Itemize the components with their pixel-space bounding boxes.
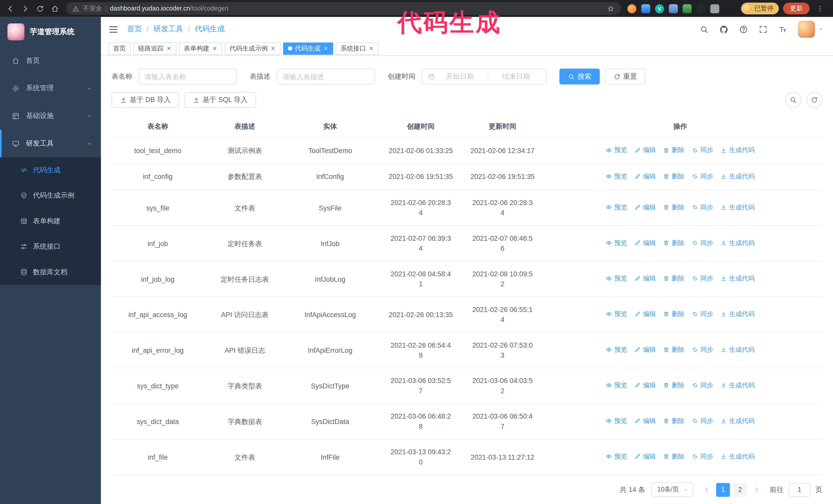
browser-back-button[interactable] xyxy=(3,2,17,16)
security-warning-icon[interactable] xyxy=(72,5,79,12)
help-icon[interactable] xyxy=(739,25,748,34)
browser-address-bar[interactable]: 不安全 dashboard.yudao.iocoder.cn/tool/code… xyxy=(66,2,621,15)
edit-link[interactable]: 编辑 xyxy=(635,238,656,248)
delete-link[interactable]: 删除 xyxy=(663,452,685,461)
delete-link[interactable]: 删除 xyxy=(663,309,685,319)
close-icon[interactable] xyxy=(166,46,172,51)
generate-code-link[interactable]: 生成代码 xyxy=(720,202,755,212)
sync-link[interactable]: 同步 xyxy=(692,273,713,284)
sync-link[interactable]: 同步 xyxy=(692,452,713,461)
table-name-input[interactable] xyxy=(139,68,237,85)
bookmark-star-icon[interactable] xyxy=(607,5,615,13)
delete-link[interactable]: 删除 xyxy=(663,202,685,212)
sync-link[interactable]: 同步 xyxy=(692,238,713,248)
delete-link[interactable]: 删除 xyxy=(663,380,685,390)
puzzle-extension-icon[interactable] xyxy=(710,4,719,13)
import-sql-button[interactable]: 基于 SQL 导入 xyxy=(185,92,256,108)
generate-code-link[interactable]: 生成代码 xyxy=(720,309,755,319)
sidebar-item-system-api[interactable]: 系统接口 xyxy=(0,234,101,259)
prev-page-button[interactable] xyxy=(701,483,713,497)
preview-link[interactable]: 预览 xyxy=(606,345,627,355)
sync-link[interactable]: 同步 xyxy=(692,309,713,319)
browser-extension-icon[interactable] xyxy=(683,4,691,13)
delete-link[interactable]: 删除 xyxy=(663,145,685,155)
tab-trace[interactable]: 链路追踪 xyxy=(133,42,176,55)
sidebar-item-code-generation-example[interactable]: 代码生成示例 xyxy=(0,183,101,208)
page-2-button[interactable]: 2 xyxy=(733,483,747,497)
close-icon[interactable] xyxy=(270,46,276,51)
edit-link[interactable]: 编辑 xyxy=(635,452,656,461)
delete-link[interactable]: 删除 xyxy=(663,273,685,284)
sync-link[interactable]: 同步 xyxy=(692,380,713,390)
browser-menu-icon[interactable] xyxy=(813,2,827,16)
generate-code-link[interactable]: 生成代码 xyxy=(720,380,755,390)
font-size-icon[interactable] xyxy=(779,25,787,34)
user-avatar[interactable] xyxy=(798,21,823,38)
browser-reload-button[interactable] xyxy=(33,2,47,16)
tab-codegen[interactable]: 代码生成 xyxy=(283,42,333,55)
sidebar-item-system-management[interactable]: 系统管理 xyxy=(0,74,101,102)
close-icon[interactable] xyxy=(323,46,328,51)
preview-link[interactable]: 预览 xyxy=(606,380,627,390)
preview-link[interactable]: 预览 xyxy=(606,202,627,212)
create-time-range-picker[interactable]: 开始日期 - 结束日期 xyxy=(422,68,547,85)
edit-link[interactable]: 编辑 xyxy=(635,202,656,212)
edit-link[interactable]: 编辑 xyxy=(635,145,656,155)
table-desc-input[interactable] xyxy=(277,68,375,85)
generate-code-link[interactable]: 生成代码 xyxy=(720,238,755,248)
reset-button[interactable]: 重置 xyxy=(605,68,646,85)
edit-link[interactable]: 编辑 xyxy=(635,309,656,319)
sync-link[interactable]: 同步 xyxy=(692,202,713,212)
delete-link[interactable]: 删除 xyxy=(663,345,685,355)
delete-link[interactable]: 删除 xyxy=(663,238,685,248)
sync-link[interactable]: 同步 xyxy=(692,416,713,426)
page-size-select[interactable]: 10条/页 xyxy=(651,482,693,497)
generate-code-link[interactable]: 生成代码 xyxy=(720,171,755,181)
browser-extension-icon[interactable] xyxy=(655,4,664,13)
search-icon[interactable] xyxy=(700,25,709,34)
tab-codegen-example[interactable]: 代码生成示例 xyxy=(225,42,281,55)
toggle-search-button[interactable] xyxy=(785,92,801,108)
generate-code-link[interactable]: 生成代码 xyxy=(720,145,755,155)
browser-extension-icon[interactable] xyxy=(627,4,636,13)
edit-link[interactable]: 编辑 xyxy=(635,416,656,426)
tab-home[interactable]: 首页 xyxy=(109,42,131,55)
preview-link[interactable]: 预览 xyxy=(606,416,627,426)
sidebar-item-home[interactable]: 首页 xyxy=(0,47,101,74)
sidebar-item-database-doc[interactable]: 数据库文档 xyxy=(0,259,101,285)
edit-link[interactable]: 编辑 xyxy=(635,273,656,284)
app-logo[interactable]: 芋道管理系统 xyxy=(0,17,101,47)
page-1-button[interactable]: 1 xyxy=(716,483,730,497)
preview-link[interactable]: 预览 xyxy=(606,273,627,284)
goto-page-input[interactable] xyxy=(789,483,810,497)
close-icon[interactable] xyxy=(212,46,217,51)
sidebar-item-form-builder[interactable]: 表单构建 xyxy=(0,208,101,234)
generate-code-link[interactable]: 生成代码 xyxy=(720,345,755,355)
sidebar-item-infrastructure[interactable]: 基础设施 xyxy=(0,102,101,130)
browser-home-button[interactable] xyxy=(48,2,62,16)
preview-link[interactable]: 预览 xyxy=(606,238,627,248)
import-db-button[interactable]: 基于 DB 导入 xyxy=(112,92,179,108)
breadcrumb-item-dev-tools[interactable]: 研发工具 xyxy=(153,25,183,34)
sidebar-item-dev-tools[interactable]: 研发工具 xyxy=(0,130,101,158)
browser-update-button[interactable]: 更新 xyxy=(783,3,810,14)
delete-link[interactable]: 删除 xyxy=(663,171,685,181)
preview-link[interactable]: 预览 xyxy=(606,309,627,319)
tab-form-builder[interactable]: 表单构建 xyxy=(179,42,222,55)
sync-link[interactable]: 同步 xyxy=(692,145,713,155)
preview-link[interactable]: 预览 xyxy=(606,145,627,155)
sync-link[interactable]: 同步 xyxy=(692,171,713,181)
next-page-button[interactable] xyxy=(751,483,763,497)
edit-link[interactable]: 编辑 xyxy=(635,380,656,390)
browser-extension-icon[interactable] xyxy=(641,4,650,13)
delete-link[interactable]: 删除 xyxy=(663,416,685,426)
search-button[interactable]: 搜索 xyxy=(560,68,600,85)
generate-code-link[interactable]: 生成代码 xyxy=(720,452,755,461)
edit-link[interactable]: 编辑 xyxy=(635,171,656,181)
sidebar-item-code-generation[interactable]: 代码生成 xyxy=(0,158,101,183)
edit-link[interactable]: 编辑 xyxy=(635,345,656,355)
refresh-table-button[interactable] xyxy=(806,92,822,108)
browser-extension-icon[interactable] xyxy=(669,4,678,13)
tab-system-api[interactable]: 系统接口 xyxy=(336,42,379,55)
generate-code-link[interactable]: 生成代码 xyxy=(720,273,755,284)
